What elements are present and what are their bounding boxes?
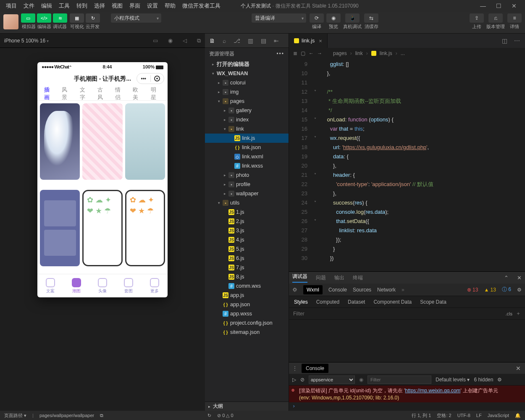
console-filter-input[interactable]: [368, 375, 431, 384]
cursor-pos[interactable]: 行 1, 列 1: [412, 412, 431, 419]
bottom-nav-item[interactable]: 文案: [37, 274, 63, 297]
hidden-count[interactable]: 6 hidden: [474, 377, 493, 383]
context-select[interactable]: appservice: [309, 375, 355, 384]
menu-item[interactable]: 转到: [73, 1, 91, 10]
tree-item[interactable]: # comm.wxs: [205, 281, 289, 291]
tab-visual[interactable]: ▦: [70, 13, 84, 23]
page-path-label[interactable]: 页面路径 ▾: [4, 412, 26, 419]
toolbar-button[interactable]: ◉: [326, 13, 341, 23]
debugger-tabs[interactable]: 调试器 问题 输出 终端 ⌃ ✕: [289, 272, 525, 284]
category-tab[interactable]: 明星: [151, 87, 161, 101]
bottom-nav-item[interactable]: 套图: [116, 274, 142, 297]
tree-item[interactable]: # app.wxss: [205, 309, 289, 318]
wallpaper-card[interactable]: [125, 103, 165, 180]
category-tab[interactable]: 风景: [62, 87, 72, 101]
tree-item[interactable]: JS 3.js: [205, 226, 289, 235]
category-tab[interactable]: 插画: [44, 87, 54, 101]
menu-item[interactable]: 微信开发者工具: [179, 1, 224, 10]
more-icon[interactable]: •••: [276, 51, 284, 57]
list-icon[interactable]: ≣: [293, 50, 297, 56]
bottom-nav-item[interactable]: 头像: [89, 274, 116, 297]
branch-icon[interactable]: ⎇: [234, 37, 240, 44]
maximize-icon[interactable]: ☐: [496, 3, 501, 9]
levels-select[interactable]: Default levels ▾: [436, 377, 470, 383]
tree-section[interactable]: ▸打开的编辑器: [205, 60, 289, 69]
gear-icon[interactable]: ⚙: [517, 287, 522, 293]
menu-item[interactable]: 编辑: [38, 1, 55, 10]
wallpaper-card[interactable]: [40, 103, 80, 180]
wallpaper-grid[interactable]: [37, 101, 168, 274]
panel-icon[interactable]: ▤: [261, 37, 266, 44]
device-icon[interactable]: ▭: [153, 37, 158, 44]
bell-icon[interactable]: 🔔: [515, 413, 521, 418]
tab-cloud[interactable]: ↻: [86, 13, 100, 23]
minimize-icon[interactable]: —: [480, 3, 486, 9]
compile-mode-select[interactable]: 普通编译: [252, 13, 306, 23]
indent[interactable]: 空格: 2: [437, 412, 451, 419]
wallpaper-card[interactable]: [125, 190, 165, 266]
menu-item[interactable]: 界面: [126, 1, 144, 10]
tree-item[interactable]: JS app.js: [205, 291, 289, 300]
clear-icon[interactable]: ⊘: [300, 377, 304, 383]
page-path[interactable]: pages/wallpaper/wallpaper: [39, 413, 94, 418]
close-icon[interactable]: ✕: [517, 275, 522, 281]
language[interactable]: JavaScript: [488, 413, 509, 418]
gear-icon[interactable]: ⚙: [497, 377, 502, 383]
copy-icon[interactable]: ⧉: [197, 37, 201, 44]
breadcrumb[interactable]: ≣ ▢ ← → pages› link› link.js› ...: [289, 48, 525, 59]
record-icon[interactable]: ◉: [168, 37, 173, 44]
tree-item[interactable]: JS 1.js: [205, 207, 289, 217]
tree-item[interactable]: { } app.json: [205, 300, 289, 309]
tree-item[interactable]: ▾ ▪ link: [205, 124, 289, 134]
tree-item[interactable]: { } link.json: [205, 143, 289, 152]
tree-item[interactable]: ▸ ▪ profile: [205, 180, 289, 189]
menu-item[interactable]: 选择: [91, 1, 108, 10]
style-filter-input[interactable]: [293, 311, 502, 317]
add-icon[interactable]: ＋: [516, 310, 521, 317]
tree-item[interactable]: JS 5.js: [205, 244, 289, 254]
tree-item[interactable]: JS 6.js: [205, 254, 289, 263]
toolbar-button[interactable]: ⟳: [310, 13, 324, 23]
bottom-nav[interactable]: 文案潮图头像套图更多: [37, 274, 168, 297]
tree-item[interactable]: JS link.js: [205, 134, 289, 143]
toolbar-button[interactable]: 📱: [345, 13, 360, 23]
mute-icon[interactable]: ◁: [183, 37, 187, 44]
tree-item[interactable]: ▸ ▪ colorui: [205, 78, 289, 87]
eol[interactable]: LF: [476, 413, 482, 418]
avatar[interactable]: [3, 14, 18, 29]
more-icon[interactable]: ⋯: [514, 37, 520, 44]
category-tab[interactable]: 欧美: [133, 87, 143, 101]
tab-simulator[interactable]: ▭: [21, 13, 35, 23]
copy-icon[interactable]: ⧉: [100, 413, 103, 418]
category-tab[interactable]: 文字: [80, 87, 90, 101]
bottom-nav-item[interactable]: 潮图: [63, 274, 89, 297]
close-tab-icon[interactable]: ×: [319, 38, 322, 44]
nav-fwd-icon[interactable]: →: [317, 50, 322, 56]
style-tabs[interactable]: Styles Computed Dataset Component Data S…: [289, 296, 525, 308]
app-mode-select[interactable]: 小程序模式: [111, 13, 161, 23]
device-label[interactable]: iPhone 5 100% 16 ▾: [4, 38, 49, 44]
console-prompt[interactable]: ›: [289, 402, 525, 411]
category-tab[interactable]: 古风: [97, 87, 108, 101]
toolbar-button[interactable]: ⇆: [364, 13, 378, 23]
close-icon[interactable]: ✕: [516, 365, 521, 372]
cls-toggle[interactable]: .cls: [506, 311, 513, 316]
tree-item[interactable]: ◇ link.wxml: [205, 152, 289, 161]
menu-item[interactable]: 工具: [55, 1, 73, 10]
capsule-button[interactable]: •••: [136, 73, 164, 84]
tree-item[interactable]: ▸ ▪ gallery: [205, 106, 289, 115]
encoding[interactable]: UTF-8: [457, 413, 470, 418]
toolbar-button[interactable]: ⎌: [488, 13, 503, 23]
files-icon[interactable]: 🗎: [209, 37, 215, 44]
menu-item[interactable]: 文件: [20, 1, 38, 10]
tree-item[interactable]: ▸ ▪ img: [205, 87, 289, 97]
close-icon[interactable]: ✕: [512, 3, 517, 9]
toolbar-button[interactable]: ≡: [507, 13, 522, 23]
tree-item[interactable]: { } sitemap.json: [205, 328, 289, 337]
wallpaper-card[interactable]: [82, 190, 122, 266]
eye-icon[interactable]: ◉: [359, 377, 363, 383]
nav-back-icon[interactable]: ←: [309, 50, 314, 56]
wallpaper-card[interactable]: [82, 103, 122, 180]
tree-item[interactable]: ▸ ▪ wallpaper: [205, 189, 289, 198]
tree-item[interactable]: ▸ ▪ photo: [205, 171, 289, 180]
